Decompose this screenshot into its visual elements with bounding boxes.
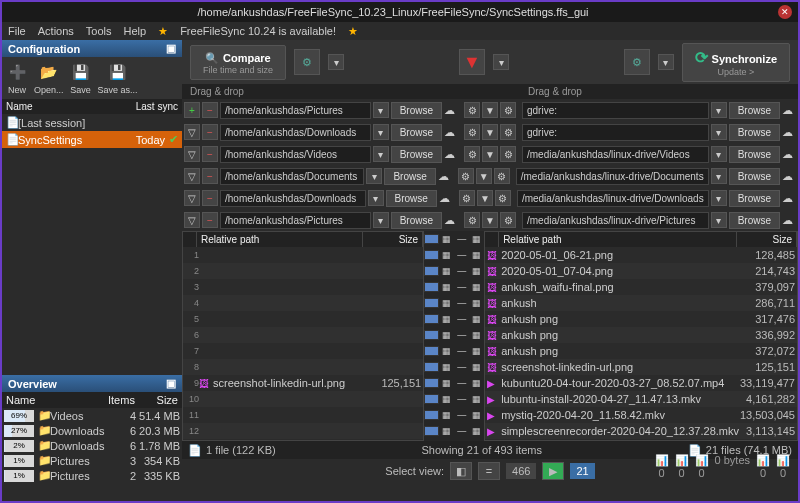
open-button[interactable]: 📂Open... bbox=[34, 61, 64, 95]
sync-direction-row[interactable]: ▦—▦ bbox=[424, 391, 484, 407]
dropdown-icon[interactable]: ▾ bbox=[328, 54, 344, 70]
view-btn-3[interactable]: ▶ bbox=[542, 462, 564, 480]
grid-row[interactable]: 4 bbox=[183, 295, 423, 311]
checkbox-icon[interactable] bbox=[424, 410, 439, 420]
overview-row[interactable]: 1%📁Pictures3354 KB bbox=[2, 453, 182, 468]
cloud-icon[interactable]: ☁ bbox=[782, 170, 796, 183]
checkbox-icon[interactable] bbox=[424, 314, 439, 324]
remove-pair-button[interactable]: − bbox=[202, 212, 218, 228]
pair-filter-icon[interactable]: ▼ bbox=[476, 168, 492, 184]
cloud-icon[interactable]: ☁ bbox=[782, 126, 796, 139]
config-row[interactable]: 📄SyncSettingsToday✔ bbox=[2, 131, 182, 148]
grid-row[interactable]: ▶lubuntu-install-2020-04-27_11.47.13.mkv… bbox=[485, 391, 797, 407]
overview-row[interactable]: 1%📁Pictures2335 KB bbox=[2, 468, 182, 483]
overview-row[interactable]: 69%📁Videos451.4 MB bbox=[2, 408, 182, 423]
pair-sync-icon[interactable]: ⚙ bbox=[500, 102, 516, 118]
pair-filter-icon[interactable]: ▼ bbox=[482, 124, 498, 140]
dropdown-icon[interactable]: ▾ bbox=[373, 146, 389, 162]
checkbox-icon[interactable] bbox=[424, 298, 439, 308]
remove-pair-button[interactable]: − bbox=[202, 146, 218, 162]
new-button[interactable]: ➕New bbox=[6, 61, 28, 95]
remove-pair-button[interactable]: − bbox=[202, 102, 218, 118]
checkbox-icon[interactable] bbox=[424, 282, 439, 292]
sync-settings-button[interactable]: ⚙ bbox=[624, 49, 650, 75]
pair-settings-icon[interactable]: ⚙ bbox=[459, 190, 475, 206]
checkbox-icon[interactable] bbox=[424, 266, 439, 276]
cloud-icon[interactable]: ☁ bbox=[438, 170, 452, 183]
right-path-input[interactable]: /media/ankushdas/linux-drive/Downloads bbox=[517, 190, 709, 207]
panel-close-icon[interactable]: ▣ bbox=[166, 42, 176, 55]
checkbox-icon[interactable] bbox=[424, 362, 439, 372]
grid-row[interactable]: ▶simplescreenrecorder-2020-04-20_12.37.2… bbox=[485, 423, 797, 439]
grid-row[interactable]: 🖼ankush png317,476 bbox=[485, 311, 797, 327]
pair-sync-icon[interactable]: ⚙ bbox=[494, 168, 510, 184]
remove-pair-button[interactable]: − bbox=[202, 168, 218, 184]
expand-icon[interactable]: ▽ bbox=[184, 190, 200, 206]
pair-sync-icon[interactable]: ⚙ bbox=[495, 190, 511, 206]
left-path-input[interactable]: /home/ankushdas/Pictures bbox=[220, 212, 371, 229]
grid-col-path-left[interactable]: Relative path bbox=[197, 232, 363, 247]
left-path-input[interactable]: /home/ankushdas/Pictures bbox=[220, 102, 371, 119]
grid-col-path-right[interactable]: Relative path bbox=[499, 232, 737, 247]
expand-icon[interactable]: ▽ bbox=[184, 124, 200, 140]
grid-col-size-left[interactable]: Size bbox=[363, 232, 423, 247]
browse-button[interactable]: Browse bbox=[391, 124, 442, 141]
dropdown-icon[interactable]: ▾ bbox=[658, 54, 674, 70]
config-row[interactable]: 📄[Last session] bbox=[2, 114, 182, 131]
panel-close-icon[interactable]: ▣ bbox=[166, 377, 176, 390]
sync-direction-row[interactable]: ▦—▦ bbox=[424, 375, 484, 391]
checkbox-icon[interactable] bbox=[424, 346, 439, 356]
cloud-icon[interactable]: ☁ bbox=[444, 104, 458, 117]
dropdown-icon[interactable]: ▾ bbox=[493, 54, 509, 70]
grid-col-size-right[interactable]: Size bbox=[737, 232, 797, 247]
synchronize-button[interactable]: ⟳ Synchronize Update > bbox=[682, 43, 790, 82]
cloud-icon[interactable]: ☁ bbox=[439, 192, 453, 205]
sync-direction-row[interactable]: ▦—▦ bbox=[424, 343, 484, 359]
overview-col-items[interactable]: Items bbox=[104, 392, 138, 408]
menu-actions[interactable]: Actions bbox=[38, 25, 74, 37]
pair-sync-icon[interactable]: ⚙ bbox=[500, 146, 516, 162]
grid-row[interactable]: 3 bbox=[183, 279, 423, 295]
cloud-icon[interactable]: ☁ bbox=[444, 148, 458, 161]
browse-button[interactable]: Browse bbox=[729, 168, 780, 185]
dropdown-icon[interactable]: ▾ bbox=[711, 212, 727, 228]
expand-icon[interactable]: ▽ bbox=[184, 212, 200, 228]
filter-button[interactable]: ▼ bbox=[459, 49, 485, 75]
checkbox-icon[interactable] bbox=[424, 394, 439, 404]
browse-button[interactable]: Browse bbox=[391, 146, 442, 163]
left-path-input[interactable]: /home/ankushdas/Documents bbox=[220, 168, 364, 185]
browse-button[interactable]: Browse bbox=[729, 212, 780, 229]
sync-direction-row[interactable]: ▦—▦ bbox=[424, 295, 484, 311]
sync-direction-row[interactable]: ▦—▦ bbox=[424, 279, 484, 295]
overview-row[interactable]: 2%📁Downloads61.78 MB bbox=[2, 438, 182, 453]
pair-filter-icon[interactable]: ▼ bbox=[477, 190, 493, 206]
grid-row[interactable]: 5 bbox=[183, 311, 423, 327]
grid-row[interactable]: 🖼screenshot-linkedin-url.png125,151 bbox=[485, 359, 797, 375]
sync-direction-row[interactable]: ▦—▦ bbox=[424, 311, 484, 327]
save-button[interactable]: 💾Save bbox=[70, 61, 92, 95]
left-path-input[interactable]: /home/ankushdas/Videos bbox=[220, 146, 371, 163]
right-path-input[interactable]: /media/ankushdas/linux-drive/Pictures bbox=[522, 212, 709, 229]
pair-settings-icon[interactable]: ⚙ bbox=[464, 212, 480, 228]
sync-direction-row[interactable]: ▦—▦ bbox=[424, 263, 484, 279]
browse-button[interactable]: Browse bbox=[729, 124, 780, 141]
sync-direction-row[interactable]: ▦—▦ bbox=[424, 359, 484, 375]
close-icon[interactable]: ✕ bbox=[778, 5, 792, 19]
right-path-input[interactable]: /media/ankushdas/linux-drive/Videos bbox=[522, 146, 709, 163]
overview-row[interactable]: 27%📁Downloads620.3 MB bbox=[2, 423, 182, 438]
update-notice[interactable]: FreeFileSync 10.24 is available! bbox=[180, 25, 336, 37]
grid-row[interactable]: ▶mystiq-2020-04-20_11.58.42.mkv13,503,04… bbox=[485, 407, 797, 423]
dropdown-icon[interactable]: ▾ bbox=[368, 190, 384, 206]
menu-file[interactable]: File bbox=[8, 25, 26, 37]
grid-row[interactable]: 🖼ankush png379,097 bbox=[485, 439, 797, 440]
cloud-icon[interactable]: ☁ bbox=[444, 126, 458, 139]
grid-row[interactable]: 10 bbox=[183, 391, 423, 407]
cloud-icon[interactable]: ☁ bbox=[782, 214, 796, 227]
config-col-lastsync[interactable]: Last sync bbox=[122, 99, 182, 114]
grid-row[interactable]: 🖼2020-05-01_06-21.png128,485 bbox=[485, 247, 797, 263]
checkbox-icon[interactable] bbox=[424, 250, 439, 260]
menu-tools[interactable]: Tools bbox=[86, 25, 112, 37]
dropdown-icon[interactable]: ▾ bbox=[711, 102, 727, 118]
grid-row[interactable]: 6 bbox=[183, 327, 423, 343]
right-path-input[interactable]: /media/ankushdas/linux-drive/Documents bbox=[516, 168, 709, 185]
